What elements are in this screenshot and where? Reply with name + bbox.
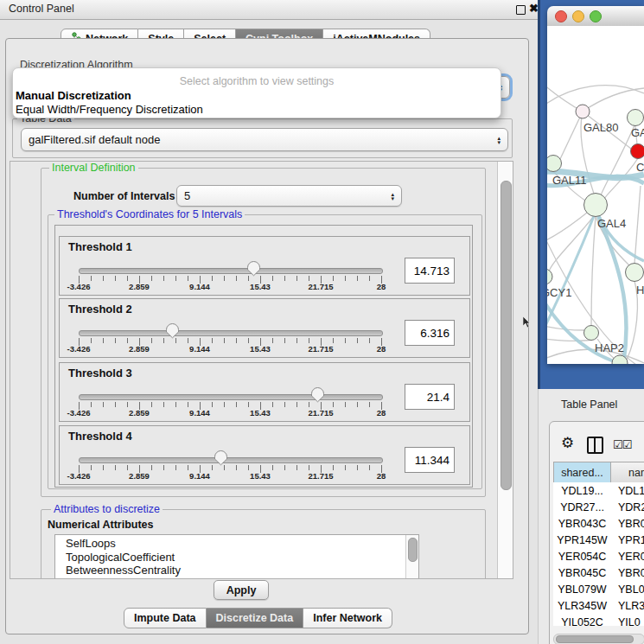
- slider-tick: [175, 402, 176, 407]
- table-row[interactable]: YDL19...YDL1: [553, 482, 644, 499]
- threshold-value-field[interactable]: [405, 258, 455, 284]
- slider-tick: [369, 465, 370, 470]
- node-label[interactable]: GAL80: [583, 121, 618, 134]
- column-header-shared-name[interactable]: shared...: [553, 462, 611, 483]
- slider-tick: [333, 402, 334, 407]
- tab-discretize-data[interactable]: Discretize Data: [207, 608, 304, 628]
- close-traffic-light-icon[interactable]: [555, 10, 567, 22]
- table-horizontal-scrollbar[interactable]: [553, 634, 644, 644]
- node-gal80[interactable]: [576, 105, 590, 118]
- slider-tick: [151, 338, 152, 343]
- minimize-traffic-light-icon[interactable]: [572, 10, 584, 22]
- tab-label: Discretize Data: [216, 612, 294, 624]
- node-label[interactable]: GA: [631, 126, 644, 139]
- column-header-name[interactable]: name: [610, 462, 644, 483]
- slider-thumb[interactable]: [246, 260, 261, 277]
- cell-shared-name: YIL052C: [553, 616, 611, 627]
- table-row[interactable]: YBR045CYBR0: [553, 564, 644, 581]
- node-label[interactable]: H: [636, 284, 644, 296]
- slider-thumb[interactable]: [214, 450, 228, 466]
- node-red-selected[interactable]: [631, 144, 644, 159]
- apply-button[interactable]: Apply: [214, 580, 269, 600]
- settings-scrollbar-thumb[interactable]: [501, 181, 512, 490]
- table-row[interactable]: YDR27...YDR2: [553, 499, 644, 515]
- slider-track[interactable]: [79, 457, 383, 463]
- node-label[interactable]: HAP2: [595, 341, 624, 354]
- number-of-intervals-value: 5: [184, 189, 190, 202]
- dropdown-hint: Select algorithm to view settings: [13, 75, 501, 87]
- slider-track[interactable]: [79, 268, 383, 274]
- list-scrollbar[interactable]: [405, 535, 418, 579]
- cell-name: YLR3: [611, 600, 644, 612]
- numerical-attributes-list[interactable]: SelfLoopsTopologicalCoefficientBetweenne…: [54, 534, 419, 579]
- threshold-value-field[interactable]: [405, 447, 455, 473]
- dropdown-option-equal-width[interactable]: Equal Width/Frequency Discretization: [16, 103, 203, 116]
- table-scrollbar-thumb[interactable]: [556, 635, 634, 643]
- node-label[interactable]: GAL4: [597, 217, 626, 230]
- threshold-value-field[interactable]: [405, 320, 455, 346]
- bottom-tab-bar: Impute DataDiscretize DataInfer Network: [124, 608, 392, 628]
- list-scrollbar-thumb[interactable]: [408, 538, 418, 562]
- threshold-label: Threshold 1: [68, 240, 132, 253]
- thresholds-group-label: Threshold's Coordinates for 5 Intervals: [54, 208, 245, 220]
- table-row[interactable]: YPR145WYPR1: [553, 532, 644, 548]
- cell-name: YDL1: [611, 485, 644, 497]
- numerical-attributes-label: Numerical Attributes: [48, 519, 153, 531]
- table-row[interactable]: YBR043CYBR0: [553, 515, 644, 532]
- slider-track[interactable]: [79, 394, 383, 400]
- zoom-traffic-light-icon[interactable]: [590, 10, 602, 22]
- tab-infer-network[interactable]: Infer Network: [303, 608, 392, 628]
- node-label[interactable]: GCY1: [547, 286, 571, 299]
- table-row[interactable]: YIL052CYIL0: [553, 614, 644, 626]
- slider-thumb[interactable]: [165, 322, 180, 339]
- slider-tick-label: 21.715: [299, 344, 342, 354]
- network-canvas[interactable]: GAL80GACGAL11GAL4GCY1HHAP2: [547, 26, 644, 364]
- node-label[interactable]: C: [636, 161, 644, 174]
- slider-tick: [91, 465, 92, 470]
- dropdown-option-manual[interactable]: Manual Discretization: [16, 89, 131, 102]
- slider-tick: [333, 276, 334, 281]
- select-columns-checkbox-icons[interactable]: ☑☑: [613, 438, 631, 451]
- node-gcy1[interactable]: [547, 269, 552, 284]
- table-row[interactable]: YLR345WYLR3: [553, 597, 644, 614]
- threshold-row-4: Threshold 4-3.4262.8599.14415.4321.71528: [59, 425, 470, 485]
- slider-tick: [115, 465, 116, 470]
- float-window-icon[interactable]: [516, 5, 526, 15]
- slider-tick: [236, 338, 237, 343]
- slider-thumb[interactable]: [310, 386, 325, 403]
- node-label[interactable]: GAL11: [552, 174, 587, 187]
- attribute-item[interactable]: BetweennessCentrality: [55, 564, 418, 577]
- table-data-selected: galFiltered.sif default node: [29, 133, 160, 146]
- slider-tick: [272, 465, 273, 470]
- table-panel: Table Panel ⚙ ☑☑ shared... name YDL19...…: [538, 389, 644, 644]
- slider-track[interactable]: [79, 330, 383, 336]
- cell-shared-name: YBL079W: [553, 583, 611, 596]
- table-row[interactable]: YBL079WYBL0: [553, 581, 644, 597]
- table-data-combo[interactable]: galFiltered.sif default node ▴▾: [21, 128, 508, 151]
- split-columns-icon[interactable]: [587, 437, 603, 454]
- slider-tick: [248, 465, 249, 470]
- slider-tick: [188, 338, 188, 343]
- slider-tick: [272, 338, 273, 343]
- attribute-item[interactable]: SelfLoops: [55, 535, 418, 551]
- node-gal4[interactable]: [584, 194, 608, 217]
- node-partial-right[interactable]: [626, 264, 644, 282]
- node-hap2[interactable]: [584, 326, 599, 341]
- slider-tick: [357, 276, 358, 281]
- slider-tick: [369, 402, 370, 407]
- table-row[interactable]: YER054CYER0: [553, 548, 644, 564]
- attribute-item[interactable]: TopologicalCoefficient: [55, 551, 418, 564]
- number-of-intervals-combo[interactable]: 5 ▴▾: [176, 185, 402, 207]
- node-gal11[interactable]: [547, 156, 562, 172]
- slider-tick: [127, 402, 128, 407]
- threshold-value-field[interactable]: [405, 384, 455, 410]
- tab-impute-data[interactable]: Impute Data: [124, 608, 207, 628]
- settings-scrollbar[interactable]: [497, 162, 513, 578]
- slider-tick: [91, 276, 92, 281]
- thresholds-container: Threshold 1-3.4262.8599.14415.4321.71528…: [54, 225, 473, 488]
- slider-tick: [91, 338, 92, 343]
- edge: [547, 213, 587, 245]
- settings-gear-icon[interactable]: ⚙: [561, 434, 574, 452]
- slider-tick: [188, 402, 188, 407]
- node-partial-top-right[interactable]: [628, 110, 644, 126]
